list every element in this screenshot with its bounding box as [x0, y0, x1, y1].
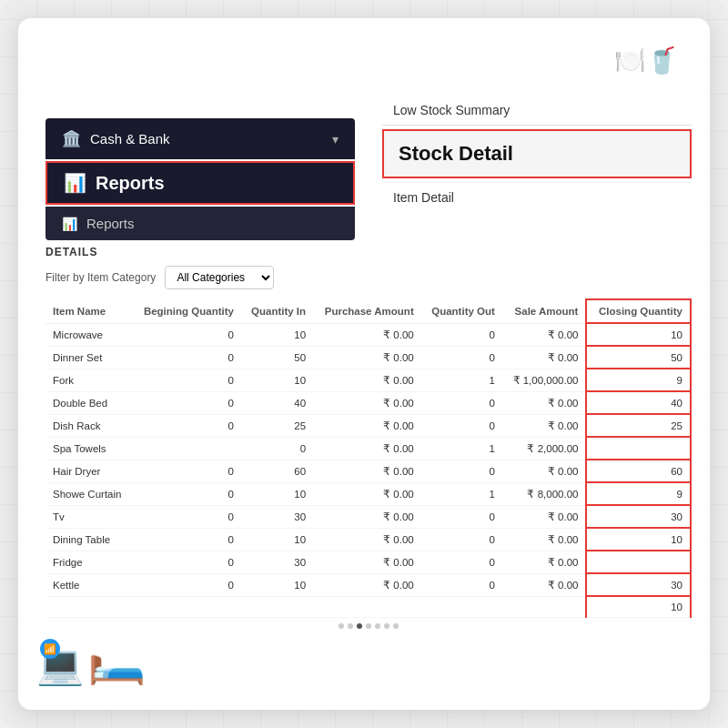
- cell-closing-qty: 10: [586, 528, 691, 551]
- cell-qty-in: 10: [241, 573, 313, 596]
- cell-purchase-amt: ₹ 0.00: [313, 573, 421, 596]
- cell-sale-amt: ₹ 2,000.00: [502, 437, 587, 460]
- pagination-dot[interactable]: [339, 623, 344, 629]
- cell-sale-amt: ₹ 0.00: [502, 414, 587, 437]
- cell-begin-qty: 0: [132, 391, 241, 414]
- cell-item-name: Spa Towels: [46, 437, 132, 460]
- cell-purchase-amt: ₹ 0.00: [313, 551, 421, 573]
- cell-qty-in: 60: [241, 460, 313, 482]
- cell-qty-in: 10: [241, 482, 313, 505]
- cell-item-name: Dish Rack: [46, 414, 132, 437]
- tab-item-detail[interactable]: Item Detail: [382, 182, 692, 212]
- cell-purchase-amt: ₹ 0.00: [313, 414, 421, 437]
- cell-qty-in: 40: [241, 391, 313, 414]
- cell-closing-qty: 9: [586, 369, 691, 391]
- pagination-dot[interactable]: [348, 623, 353, 629]
- cell-item-name: Fork: [46, 369, 132, 391]
- cell-qty-in: 0: [241, 437, 313, 460]
- cell-purchase-amt: ₹ 0.00: [313, 528, 421, 551]
- laptop-wifi-wrapper: 📶 💻: [36, 642, 87, 687]
- reports-selected-label: Reports: [96, 173, 165, 194]
- cell-begin-qty: 0: [132, 460, 241, 482]
- cell-purchase-amt: ₹ 0.00: [313, 437, 421, 460]
- cell-closing-qty: [586, 551, 691, 573]
- cell-item-name: Dinner Set: [46, 346, 132, 369]
- cash-bank-menu-item[interactable]: 🏛️ Cash & Bank ▾: [46, 118, 355, 159]
- details-section: DETAILS Filter by Item Category All Cate…: [46, 246, 692, 629]
- cell-qty-out: 0: [421, 391, 502, 414]
- cell-begin-qty: 0: [132, 528, 241, 551]
- table-row: Dish Rack025₹ 0.000₹ 0.0025: [46, 414, 691, 437]
- cell-sale-amt: ₹ 0.00: [502, 505, 587, 528]
- pagination-dot[interactable]: [393, 623, 399, 629]
- table-row: Fork010₹ 0.001₹ 1,00,000.009: [46, 369, 691, 391]
- cell-begin-qty: 0: [132, 482, 241, 505]
- cell-qty-in: 10: [241, 528, 313, 551]
- bottom-icons: 📶 💻 🛏️: [36, 632, 147, 687]
- table-row: Double Bed040₹ 0.000₹ 0.0040: [46, 391, 691, 414]
- category-filter-select[interactable]: All Categories: [165, 266, 274, 289]
- table-row: Fridge030₹ 0.000₹ 0.00: [46, 551, 691, 573]
- cell-sale-amt: ₹ 0.00: [502, 346, 587, 369]
- col-item-name: Item Name: [46, 299, 132, 323]
- pagination-dot[interactable]: [357, 623, 362, 629]
- col-closing-qty: Closing Quantity: [586, 299, 691, 323]
- filter-label: Filter by Item Category: [46, 271, 156, 284]
- cell-closing-qty: 10: [586, 323, 691, 346]
- table-row: Tv030₹ 0.000₹ 0.0030: [46, 505, 691, 528]
- cell-item-name: Showe Curtain: [46, 482, 132, 505]
- cell-purchase-amt: ₹ 0.00: [313, 482, 421, 505]
- pagination-dot[interactable]: [375, 623, 380, 629]
- cell-item-name: Fridge: [46, 551, 132, 573]
- cell-qty-in: 50: [241, 346, 313, 369]
- cell-begin-qty: 0: [132, 346, 241, 369]
- cell-sale-amt: ₹ 0.00: [502, 551, 587, 573]
- cell-qty-out: 1: [421, 482, 502, 505]
- col-qty-in: Quantity In: [241, 299, 313, 323]
- table-row: Hair Dryer060₹ 0.000₹ 0.0060: [46, 460, 691, 482]
- cell-qty-out: 1: [421, 437, 502, 460]
- cell-purchase-amt: ₹ 0.00: [313, 369, 421, 391]
- cell-purchase-amt: ₹ 0.00: [313, 460, 421, 482]
- reports-selected-item[interactable]: 📊 Reports: [46, 161, 355, 205]
- col-purchase-amt: Purchase Amount: [313, 299, 421, 323]
- stock-table: Item Name Begining Quantity Quantity In …: [46, 298, 692, 618]
- cell-item-name: Tv: [46, 505, 132, 528]
- cell-begin-qty: 0: [132, 551, 241, 573]
- cell-sale-amt: ₹ 0.00: [502, 528, 587, 551]
- pagination-dot[interactable]: [384, 623, 389, 629]
- table-row: Microwave010₹ 0.000₹ 0.0010: [46, 323, 691, 346]
- reports-sub-item[interactable]: 📊 Reports: [46, 207, 355, 240]
- cell-qty-out: 0: [421, 573, 502, 596]
- tab-stock-detail[interactable]: Stock Detail: [382, 129, 692, 178]
- pagination-dot[interactable]: [366, 623, 371, 629]
- table-row: Showe Curtain010₹ 0.001₹ 8,000.009: [46, 482, 691, 505]
- reports-sub-label: Reports: [86, 216, 135, 231]
- cell-closing-qty: 30: [586, 573, 691, 596]
- cell-sale-amt: ₹ 0.00: [502, 391, 587, 414]
- cell-begin-qty: 0: [132, 369, 241, 391]
- cell-sale-amt: ₹ 0.00: [502, 323, 587, 346]
- cell-qty-in: 10: [241, 369, 313, 391]
- table-header-row: Item Name Begining Quantity Quantity In …: [46, 299, 691, 323]
- filter-row: Filter by Item Category All Categories: [46, 266, 692, 289]
- cell-purchase-amt: ₹ 0.00: [313, 391, 421, 414]
- col-sale-amt: Sale Amount: [502, 299, 587, 323]
- tab-low-stock[interactable]: Low Stock Summary: [382, 96, 692, 126]
- cell-begin-qty: 0: [132, 414, 241, 437]
- cash-bank-label: Cash & Bank: [90, 131, 170, 147]
- cell-qty-in: 25: [241, 414, 313, 437]
- cell-qty-in: 30: [241, 551, 313, 573]
- cell-qty-out: 0: [421, 505, 502, 528]
- cell-begin-qty: 0: [132, 323, 241, 346]
- cell-begin-qty: 0: [132, 573, 241, 596]
- cell-sale-amt: ₹ 1,00,000.00: [502, 369, 587, 391]
- cell-qty-out: 0: [421, 346, 502, 369]
- cell-closing-qty: 50: [586, 346, 691, 369]
- table-row: Kettle010₹ 0.000₹ 0.0030: [46, 573, 691, 596]
- pagination-dots: [46, 623, 692, 629]
- cell-purchase-amt: ₹ 0.00: [313, 346, 421, 369]
- cell-qty-out: 0: [421, 528, 502, 551]
- cell-closing-qty: 9: [586, 482, 691, 505]
- cell-item-name: Microwave: [46, 323, 132, 346]
